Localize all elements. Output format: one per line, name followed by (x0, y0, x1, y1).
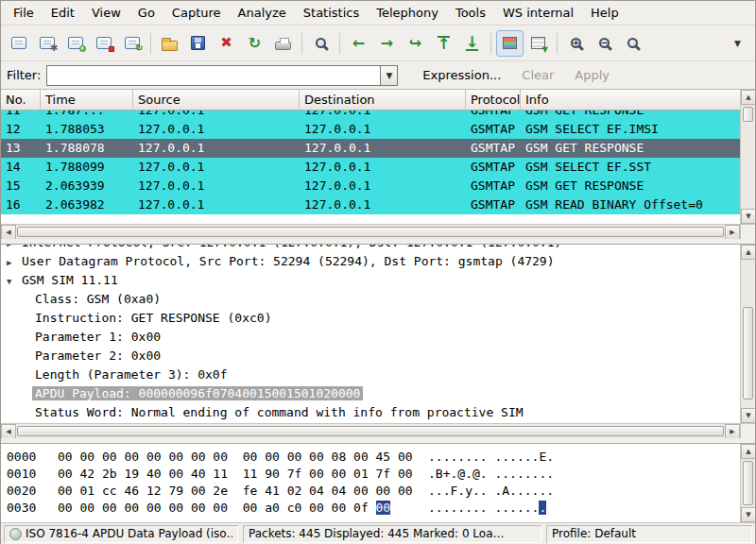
stop-capture-button[interactable] (90, 30, 117, 57)
auto-scroll-button[interactable]: ▼ (524, 30, 552, 57)
expander-icon[interactable]: ▶ (7, 245, 22, 252)
column-header-protocol[interactable]: Protocol (466, 90, 521, 110)
reload-button[interactable]: ↻ (241, 30, 268, 57)
scroll-thumb[interactable] (17, 227, 724, 237)
scroll-track[interactable] (16, 225, 725, 239)
packet-row[interactable]: 12 1.788053 127.0.0.1 127.0.0.1 GSMTAP G… (1, 120, 740, 139)
hex-bytes[interactable]: 00 42 2b 19 40 00 40 11 11 90 7f 00 00 0… (58, 466, 428, 483)
packet-row-selected[interactable]: 13 1.788078 127.0.0.1 127.0.0.1 GSMTAP G… (1, 139, 740, 158)
scroll-track[interactable] (741, 105, 755, 209)
scroll-left-button[interactable]: ◀ (1, 424, 16, 438)
apply-button[interactable]: Apply (567, 65, 617, 85)
save-file-button[interactable] (184, 30, 212, 57)
menu-capture[interactable]: Capture (163, 2, 230, 24)
toolbar-overflow-button[interactable]: ▼ (724, 30, 751, 57)
menu-ws-internal[interactable]: WS internal (494, 2, 582, 24)
hex-ascii[interactable]: .B+.@.@. ........ (428, 466, 554, 483)
status-profile[interactable]: Profile: Default (546, 525, 752, 543)
tree-item-udp[interactable]: ▶User Datagram Protocol, Src Port: 52294… (1, 252, 740, 271)
open-file-button[interactable] (156, 30, 183, 57)
go-back-button[interactable]: ← (345, 30, 372, 57)
column-header-time[interactable]: Time (41, 90, 133, 110)
expander-icon[interactable]: ▼ (7, 272, 22, 291)
expert-info-icon[interactable] (9, 528, 22, 540)
column-header-destination[interactable]: Destination (300, 90, 466, 110)
expander-icon[interactable]: ▶ (7, 253, 22, 272)
scroll-down-button[interactable]: ▼ (741, 209, 755, 224)
tree-item-status-word[interactable]: Status Word: Normal ending of command wi… (1, 403, 740, 422)
scroll-track[interactable] (741, 459, 755, 507)
menu-go[interactable]: Go (129, 2, 163, 24)
zoom-out-button[interactable]: − (591, 30, 618, 57)
list-interfaces-button[interactable] (5, 30, 32, 57)
scroll-track[interactable] (741, 260, 755, 408)
print-button[interactable] (269, 30, 297, 57)
column-header-no[interactable]: No. (1, 90, 41, 110)
zoom-100-button[interactable] (619, 30, 646, 57)
hex-bytes[interactable]: 00 00 00 00 00 00 00 00 00 a0 c0 00 00 0… (58, 500, 428, 517)
tree-item-class[interactable]: Class: GSM (0xa0) (1, 290, 740, 309)
hex-bytes[interactable]: 00 01 cc 46 12 79 00 2e fe 41 02 04 04 0… (58, 483, 428, 500)
scroll-up-button[interactable]: ▲ (741, 444, 755, 459)
menu-edit[interactable]: Edit (43, 2, 83, 24)
scroll-thumb[interactable] (743, 461, 753, 505)
zoom-in-button[interactable]: + (562, 30, 590, 57)
find-packet-button[interactable] (307, 30, 335, 57)
forward-arrow-icon: → (381, 36, 393, 51)
menu-help[interactable]: Help (582, 2, 627, 24)
hex-row[interactable]: 0020 00 01 cc 46 12 79 00 2e fe 41 02 04… (7, 483, 740, 500)
tree-item-parameter-1[interactable]: Parameter 1: 0x00 (1, 328, 740, 347)
hex-row[interactable]: 0030 00 00 00 00 00 00 00 00 00 a0 c0 00… (7, 500, 740, 517)
scroll-right-button[interactable]: ▶ (725, 424, 740, 438)
scroll-thumb[interactable] (743, 107, 753, 122)
expression-button[interactable]: Expression... (415, 65, 508, 85)
column-header-info[interactable]: Info (521, 90, 755, 110)
menu-file[interactable]: File (5, 2, 43, 24)
scroll-up-button[interactable]: ▲ (741, 245, 755, 260)
hex-ascii[interactable]: ........ ......E. (428, 449, 554, 466)
colorize-button[interactable] (496, 30, 524, 57)
go-forward-button[interactable]: → (373, 30, 401, 57)
go-first-packet-button[interactable]: ↑ (430, 30, 457, 57)
tree-item-length[interactable]: Length (Parameter 3): 0x0f (1, 366, 740, 384)
hex-row[interactable]: 0000 00 00 00 00 00 00 00 00 00 00 00 00… (7, 449, 740, 466)
menu-analyze[interactable]: Analyze (230, 2, 295, 24)
tree-item-apdu-payload-selected[interactable]: APDU Payload: 000000096f0704001500150102… (1, 384, 740, 403)
scroll-down-button[interactable]: ▼ (741, 408, 755, 423)
scroll-up-button[interactable]: ▲ (741, 90, 755, 105)
hex-row[interactable]: 0010 00 42 2b 19 40 00 40 11 11 90 7f 00… (7, 466, 740, 483)
tree-item-instruction[interactable]: Instruction: GET RESPONSE (0xc0) (1, 309, 740, 328)
scroll-track[interactable] (16, 424, 725, 438)
packet-row[interactable]: 14 1.788099 127.0.0.1 127.0.0.1 GSMTAP G… (1, 158, 740, 177)
capture-options-button[interactable]: ✱ (33, 30, 60, 57)
close-file-button[interactable]: ✖ (213, 30, 240, 57)
clear-button[interactable]: Clear (514, 65, 561, 85)
scroll-down-button[interactable]: ▼ (741, 507, 755, 522)
hex-ascii[interactable]: ...F.y.. .A...... (428, 483, 554, 500)
go-last-packet-button[interactable]: ↓ (458, 30, 486, 57)
scroll-thumb[interactable] (17, 426, 724, 436)
packet-row[interactable]: 16 2.063982 127.0.0.1 127.0.0.1 GSMTAP G… (1, 196, 740, 214)
menu-tools[interactable]: Tools (447, 2, 494, 24)
column-header-source[interactable]: Source (133, 90, 300, 110)
restart-capture-button[interactable]: ↻ (118, 30, 146, 57)
menu-statistics[interactable]: Statistics (295, 2, 368, 24)
tree-item-ip[interactable]: ▶Internet Protocol, Src: 127.0.0.1 (127.… (1, 245, 740, 252)
packet-row[interactable]: 11 1.787... 127.0.0.1 127.0.0.1 GSMTAP G… (1, 110, 740, 120)
start-capture-button[interactable] (61, 30, 89, 57)
packet-row[interactable]: 15 2.063939 127.0.0.1 127.0.0.1 GSMTAP G… (1, 177, 740, 196)
hex-byte-selected[interactable]: 00 (376, 501, 391, 515)
menu-view[interactable]: View (83, 2, 129, 24)
filter-input[interactable] (46, 65, 380, 86)
scroll-thumb[interactable] (743, 307, 753, 399)
scroll-left-button[interactable]: ◀ (1, 225, 16, 239)
scroll-right-button[interactable]: ▶ (725, 225, 740, 239)
hex-ascii-selected[interactable]: . (539, 501, 546, 515)
hex-bytes[interactable]: 00 00 00 00 00 00 00 00 00 00 00 00 08 0… (58, 449, 428, 466)
tree-item-gsm-sim[interactable]: ▼GSM SIM 11.11 (1, 271, 740, 290)
tree-item-parameter-2[interactable]: Parameter 2: 0x00 (1, 347, 740, 366)
menu-telephony[interactable]: Telephony (368, 2, 447, 24)
hex-ascii[interactable]: ........ ....... (428, 500, 546, 517)
go-to-packet-button[interactable]: ↪ (402, 30, 429, 57)
filter-combo-button[interactable]: ▼ (380, 65, 398, 86)
